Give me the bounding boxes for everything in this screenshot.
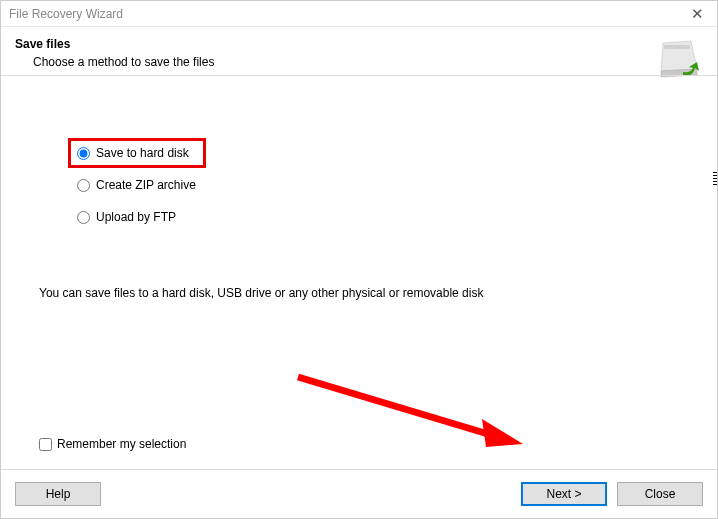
svg-line-1 — [298, 377, 488, 434]
wizard-header: Save files Choose a method to save the f… — [1, 27, 717, 75]
annotation-arrow-icon — [293, 372, 523, 452]
label-hard-disk[interactable]: Save to hard disk — [96, 146, 189, 160]
wizard-footer: Help Next > Close — [1, 469, 717, 518]
radio-ftp[interactable] — [77, 211, 90, 224]
close-button[interactable]: Close — [617, 482, 703, 506]
radio-hard-disk[interactable] — [77, 147, 90, 160]
help-button[interactable]: Help — [15, 482, 101, 506]
save-method-options: Save to hard disk Create ZIP archive Upl… — [15, 76, 703, 224]
remember-label[interactable]: Remember my selection — [57, 437, 186, 451]
method-description: You can save files to a hard disk, USB d… — [15, 242, 703, 300]
window-title: File Recovery Wizard — [9, 7, 123, 21]
highlight-box: Save to hard disk — [68, 138, 206, 168]
close-icon[interactable]: ✕ — [677, 1, 717, 27]
radio-zip[interactable] — [77, 179, 90, 192]
label-zip[interactable]: Create ZIP archive — [96, 178, 196, 192]
label-ftp[interactable]: Upload by FTP — [96, 210, 176, 224]
svg-rect-0 — [664, 45, 690, 49]
next-button[interactable]: Next > — [521, 482, 607, 506]
titlebar: File Recovery Wizard ✕ — [1, 1, 717, 27]
page-subtitle: Choose a method to save the files — [15, 51, 703, 69]
remember-checkbox[interactable] — [39, 438, 52, 451]
decorative-mark — [713, 171, 717, 185]
wizard-body: Save to hard disk Create ZIP archive Upl… — [1, 75, 717, 469]
page-title: Save files — [15, 37, 703, 51]
svg-marker-2 — [482, 419, 523, 447]
